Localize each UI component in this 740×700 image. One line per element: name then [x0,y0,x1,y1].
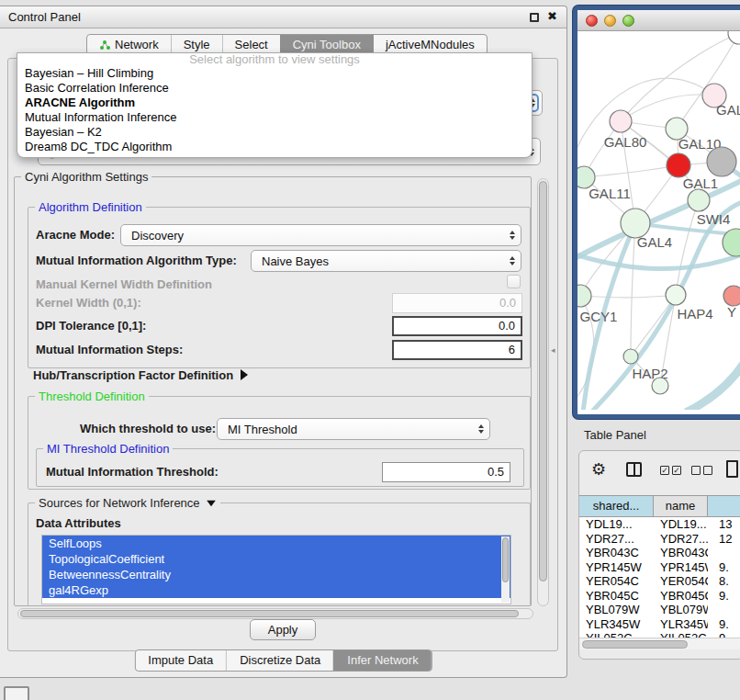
table-cell: YBL079W [579,603,654,617]
network-node-gal80[interactable] [610,110,632,132]
table-cell: YDR27... [654,532,708,547]
network-edge[interactable] [631,295,676,356]
select-all-checkbox-icon[interactable]: ✓ [660,466,669,475]
close-traffic-light-icon[interactable] [586,15,598,27]
tab-label: Cyni Toolbox [293,35,361,54]
tab-select[interactable]: Select [222,35,280,54]
table-row[interactable]: YDL19...YDL19...13 [579,517,740,532]
mini-palette-window[interactable] [4,686,29,700]
network-node-hap2[interactable] [623,349,638,364]
tab-impute-data[interactable]: Impute Data [135,650,226,671]
minimize-traffic-light-icon[interactable] [604,15,616,27]
network-node-gcy1[interactable] [577,285,591,307]
network-window-titlebar[interactable] [577,10,740,31]
network-edge[interactable] [676,200,699,295]
document-icon[interactable] [726,460,738,478]
control-panel-window: Control Panel ✖ NetworkStyleSelectCyni T… [0,6,567,678]
table-cell: YLR345W [579,617,654,632]
float-window-icon[interactable] [530,13,539,22]
dpi-tolerance-field[interactable]: 0.0 [392,316,522,336]
apply-button[interactable]: Apply [250,619,316,640]
splitpane-collapse-icon[interactable]: ◂ [551,345,555,355]
column-header[interactable]: name [654,496,708,516]
mi-steps-field[interactable]: 6 [392,340,522,360]
network-edge-thick[interactable] [577,254,740,269]
data-attribute-item[interactable]: SelfLoops [42,536,510,551]
data-attributes-list[interactable]: SelfLoopsTopologicalCoefficientBetweenne… [41,535,511,604]
table-row[interactable]: YDR27...YDR27...12 [579,532,740,547]
tab-cyni-toolbox[interactable]: Cyni Toolbox [280,35,373,54]
table-horizontal-scrollbar[interactable] [579,638,740,649]
network-node-hap4[interactable] [666,285,686,305]
table-cell: YPR145W [579,560,654,575]
network-node[interactable] [728,31,740,44]
table-panel-title: Table Panel [584,428,646,442]
network-node[interactable] [707,147,736,176]
table-cell: YER054C [654,574,708,589]
algorithm-option[interactable]: Mutual Information Inference [17,110,532,125]
table-cell: 9. [708,589,740,604]
manual-kernel-checkbox[interactable] [507,275,521,288]
mi-threshold-field[interactable]: 0.5 [382,462,510,482]
network-node-y[interactable] [723,286,740,306]
data-attribute-item[interactable]: BetweennessCentrality [42,567,510,582]
control-panel-titlebar[interactable]: Control Panel ✖ [0,6,566,28]
table-row[interactable]: YBR045CYBR045C9. [579,589,740,604]
mi-threshold-group: MI Threshold Definition Mutual Informati… [36,448,524,487]
mi-algorithm-type-combo[interactable]: Naive Bayes [251,250,521,272]
tab-style[interactable]: Style [171,35,222,54]
threshold-definition-group: Threshold Definition Which threshold to … [28,396,531,490]
column-header[interactable]: shared... [579,496,654,516]
columns-icon[interactable] [626,462,642,477]
table-row[interactable]: YBL079WYBL079W [579,603,740,617]
network-canvas[interactable]: GALGAL80GAL10GAL1GAL11SWI4GAL4GCY1HAP4YH… [577,31,740,410]
network-node-swi4[interactable] [688,189,710,211]
network-node-label: GCY1 [580,309,618,324]
kernel-width-field[interactable]: 0.0 [392,293,522,313]
table-row[interactable]: YLR345WYLR345W9. [579,617,740,632]
data-attribute-item[interactable]: TopologicalCoefficient [42,551,510,567]
table-row[interactable]: YER054CYER054C8. [579,574,740,589]
select-all-checkbox-icon[interactable]: ✓ [672,466,681,475]
settings-vertical-scrollbar[interactable] [537,178,549,606]
network-edge[interactable] [580,295,676,298]
tab-network[interactable]: Network [87,35,171,54]
tab-infer-network[interactable]: Infer Network [333,650,431,671]
zoom-traffic-light-icon[interactable] [622,15,634,27]
mi-steps-label: Mutual Information Steps: [36,340,183,360]
network-edge[interactable] [584,165,678,177]
close-icon[interactable]: ✖ [547,9,557,23]
screen: { "window": { "title": "Control Panel" }… [0,0,740,700]
sources-title[interactable]: Sources for Network Inference [35,496,220,510]
deselect-all-checkbox-icon[interactable] [691,466,701,475]
column-header[interactable] [708,496,740,516]
network-edge[interactable] [621,95,714,121]
network-node-gal1[interactable] [667,153,690,177]
aracne-mode-combo[interactable]: Discovery [120,224,521,246]
collapse-down-icon [207,501,216,506]
attributes-scrollbar[interactable] [501,536,510,603]
network-edge-thick[interactable] [686,362,740,410]
mi-algorithm-type-value: Naive Bayes [262,254,329,268]
which-threshold-combo[interactable]: MI Threshold [217,418,490,440]
algorithm-option[interactable]: Dream8 DC_TDC Algorithm [17,140,532,154]
network-edge[interactable] [631,223,635,356]
settings-horizontal-scrollbar[interactable] [17,608,533,619]
table-cell: 9. [708,617,740,632]
gear-icon[interactable]: ⚙ [591,459,606,480]
algorithm-option[interactable]: Bayesian – K2 [17,125,532,140]
algorithm-option[interactable]: Basic Correlation Inference [17,81,532,96]
data-attribute-item[interactable]: gal4RGexp [42,582,510,598]
threshold-definition-title: Threshold Definition [35,390,149,403]
algorithm-option[interactable]: ARACNE Algorithm [17,96,532,110]
tab-jactivemnodules[interactable]: jActiveMNodules [373,35,487,54]
deselect-all-checkbox-icon[interactable] [703,466,712,475]
hub-definition-toggle[interactable]: Hub/Transcription Factor Definition [33,368,248,382]
network-node[interactable] [652,378,668,394]
algorithm-option[interactable]: Bayesian – Hill Climbing [17,66,532,81]
table-row[interactable]: YPR145WYPR145W9. [579,560,740,575]
table-cell: YLR345W [654,617,708,632]
table-row[interactable]: YBR043CYBR043C [579,546,740,560]
tab-discretize-data[interactable]: Discretize Data [226,650,333,671]
table-cell: YBR045C [579,589,654,604]
